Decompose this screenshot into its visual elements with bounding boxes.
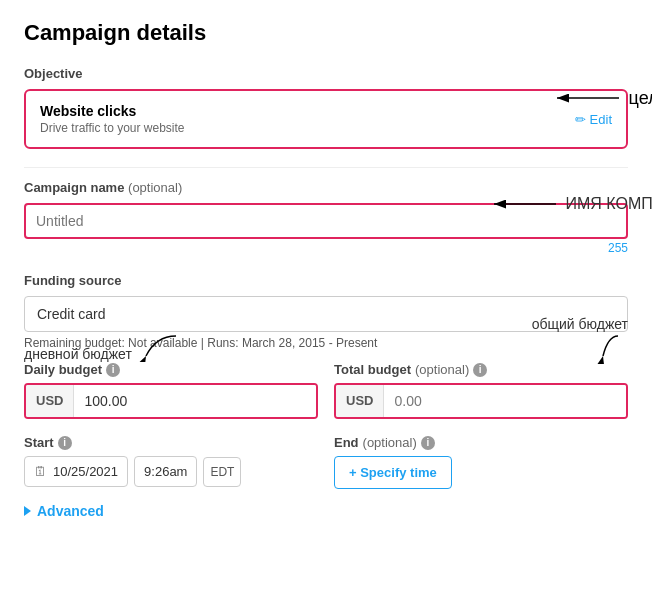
objective-description: Drive traffic to your website <box>40 121 185 135</box>
start-field: Start i 🗓 10/25/2021 9:26am EDT <box>24 435 318 487</box>
calendar-icon: 🗓 <box>34 464 47 479</box>
campaign-name-optional: (optional) <box>128 180 182 195</box>
campaign-name-label: Campaign name (optional) <box>24 180 628 195</box>
daily-budget-input[interactable] <box>74 385 316 417</box>
start-time-value: 9:26am <box>144 464 187 479</box>
daily-budget-input-group: USD <box>24 383 318 419</box>
total-budget-info-icon[interactable]: i <box>473 363 487 377</box>
end-info-icon[interactable]: i <box>421 436 435 450</box>
total-budget-currency: USD <box>336 385 384 417</box>
campaign-name-input[interactable] <box>24 203 628 239</box>
specify-time-button[interactable]: + Specify time <box>334 456 452 489</box>
daily-budget-field: дневной бюджет Daily budget i USD <box>24 362 318 419</box>
daily-budget-info-icon[interactable]: i <box>106 363 120 377</box>
objective-title: Website clicks <box>40 103 185 119</box>
start-label: Start i <box>24 435 318 450</box>
total-budget-label: Total budget (optional) i <box>334 362 628 377</box>
total-budget-optional: (optional) <box>415 362 469 377</box>
objective-label: Objective <box>24 66 628 81</box>
end-field: End (optional) i + Specify time <box>334 435 628 489</box>
start-inputs: 🗓 10/25/2021 9:26am EDT <box>24 456 318 487</box>
daily-budget-label: Daily budget i <box>24 362 318 377</box>
start-time-picker[interactable]: 9:26am <box>134 456 197 487</box>
objective-card-content: Website clicks Drive traffic to your web… <box>40 103 185 135</box>
section-divider-1 <box>24 167 628 168</box>
page-title: Campaign details <box>24 20 628 46</box>
objective-section: Objective Website clicks Drive traffic t… <box>24 66 628 149</box>
daily-budget-currency: USD <box>26 385 74 417</box>
total-budget-field: общий бюджет Total budget (optional) i U… <box>334 362 628 419</box>
char-count: 255 <box>24 241 628 255</box>
advanced-label: Advanced <box>37 503 104 519</box>
chevron-right-icon <box>24 506 31 516</box>
end-label: End (optional) i <box>334 435 628 450</box>
start-date-picker[interactable]: 🗓 10/25/2021 <box>24 456 128 487</box>
start-info-icon[interactable]: i <box>58 436 72 450</box>
funding-label: Funding source <box>24 273 628 288</box>
end-optional: (optional) <box>363 435 417 450</box>
time-row: Start i 🗓 10/25/2021 9:26am EDT End (opt… <box>24 435 628 489</box>
campaign-name-section: Campaign name (optional) 255 ИМЯ КОМПАНИ… <box>24 180 628 255</box>
objective-card: Website clicks Drive traffic to your web… <box>24 89 628 149</box>
edit-label: Edit <box>590 112 612 127</box>
annotation-objective-text: цель <box>629 88 652 109</box>
pencil-icon: ✏ <box>575 112 586 127</box>
start-timezone: EDT <box>203 457 241 487</box>
specify-time-label: + Specify time <box>349 465 437 480</box>
funding-source-input[interactable] <box>24 296 628 332</box>
start-date-value: 10/25/2021 <box>53 464 118 479</box>
total-budget-input[interactable] <box>384 385 626 417</box>
funding-meta: Remaining budget: Not available | Runs: … <box>24 336 628 350</box>
end-inputs: + Specify time <box>334 456 628 489</box>
funding-section: Funding source Remaining budget: Not ava… <box>24 273 628 350</box>
advanced-link[interactable]: Advanced <box>24 503 628 519</box>
edit-link[interactable]: ✏ Edit <box>575 112 612 127</box>
budget-row: дневной бюджет Daily budget i USD <box>24 362 628 419</box>
total-budget-input-group: USD <box>334 383 628 419</box>
